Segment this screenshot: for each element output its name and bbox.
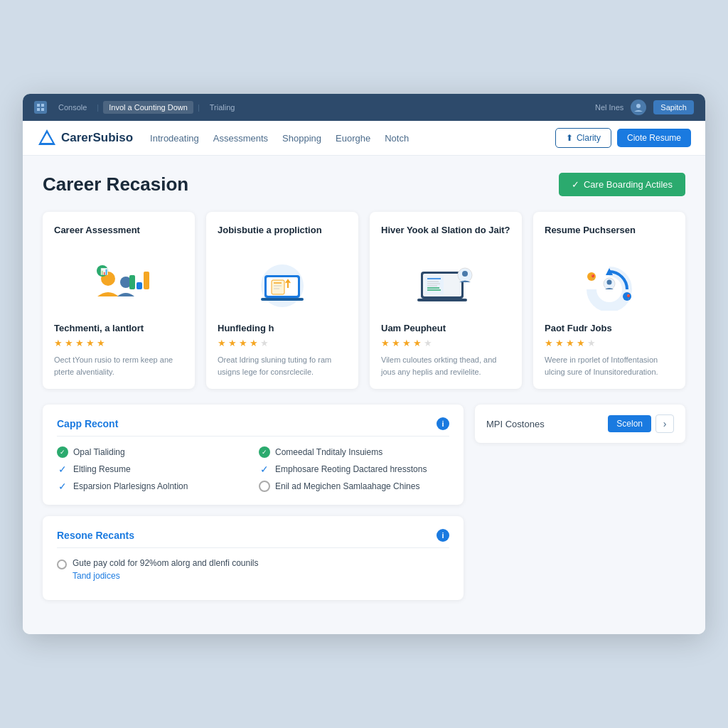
mpi-actions: Scelon ›	[608, 414, 674, 433]
checklist-item-6: Enil ad Megichen Samlaahage Chines	[259, 481, 449, 492]
svg-rect-11	[144, 272, 149, 289]
nav-notch[interactable]: Notch	[385, 133, 409, 144]
card-desc-4: Weere in rporlet of Intoffentasion ulcin…	[545, 354, 674, 378]
svg-rect-10	[136, 282, 142, 289]
svg-text:📊: 📊	[100, 267, 109, 276]
clarity-button[interactable]: ⬆ Clarity	[555, 128, 611, 148]
star-1: ★	[54, 338, 63, 348]
nav-links: Introdeating Assessments Shopping Euorgh…	[150, 133, 555, 144]
capp-info-icon[interactable]: i	[437, 417, 449, 430]
feature-cards: Career Assessment 📊	[43, 212, 685, 389]
card-title-1: Career Assessment	[54, 225, 183, 247]
svg-text:📍: 📍	[625, 294, 632, 301]
card-desc-1: Oect tYoun rusio to rerm keep ane pterte…	[54, 354, 183, 378]
card-subtitle-4: Paot Fudr Jobs	[545, 323, 674, 333]
main-content: Career Recasion ✓ Care Boarding Actiles …	[23, 156, 705, 634]
nav-actions: ⬆ Clarity Ciote Resume	[555, 128, 691, 148]
card-stars-3: ★ ★ ★ ★ ★	[381, 338, 510, 348]
page-title: Career Recasion	[43, 173, 188, 196]
svg-rect-0	[37, 104, 40, 107]
card-stars-4: ★ ★ ★ ★ ★	[545, 338, 674, 348]
nav-introdeating[interactable]: Introdeating	[150, 133, 199, 144]
logo-icon	[37, 128, 57, 148]
checklist-right: ✓ Comeedal Tnditaly Insuiems ✓ Emphosare…	[259, 446, 449, 492]
mpi-box: MPI Costones Scelon ›	[475, 405, 685, 443]
star-4: ★	[86, 338, 95, 348]
card-career-assessment: Career Assessment 📊	[43, 212, 195, 389]
svg-point-4	[636, 104, 641, 108]
card-illus-4: 📍 📍	[545, 257, 674, 314]
card-desc-2: Oreat Idring sluning tuting fo ram usign…	[218, 354, 347, 378]
card-subtitle-1: Techmenti, a lantlort	[54, 323, 183, 333]
browser-tabs: Console | Invol a Counting Down | Triali…	[53, 101, 240, 114]
check-icon: ✓	[572, 179, 579, 190]
browser-icon	[34, 101, 47, 114]
upload-icon: ⬆	[566, 133, 573, 143]
capp-section-header: Capp Recont i	[57, 417, 449, 437]
resume-recants-box: Resone Recants i Gute pay cold for 92%om…	[43, 516, 464, 600]
svg-rect-3	[41, 108, 44, 111]
card-illus-1: 📊	[54, 257, 183, 314]
left-column: Capp Recont i ✓ Opal Tialiding ✓ Eltling…	[43, 405, 464, 611]
svg-rect-2	[37, 108, 40, 111]
capp-checklist: ✓ Opal Tialiding ✓ Eltling Resume ✓ Espa…	[57, 446, 449, 492]
user-avatar-icon	[631, 100, 646, 115]
logo-text: CarerSubiso	[61, 131, 133, 145]
svg-rect-17	[272, 280, 284, 294]
card-title-3: Hiver Yook al Slation do Jait?	[381, 225, 510, 247]
card-title-2: Jobisbutie a propliction	[218, 225, 347, 247]
checklist-item-2: ✓ Eltling Resume	[57, 464, 247, 475]
nav-shopping[interactable]: Shopping	[282, 133, 321, 144]
right-panel: MPI Costones Scelon ›	[475, 405, 685, 611]
card-subtitle-3: Uam Peupheut	[381, 323, 510, 333]
card-illus-3	[381, 257, 510, 314]
check-blue-2: ✓	[57, 481, 68, 492]
svg-text:📍: 📍	[589, 274, 596, 281]
create-resume-button[interactable]: Ciote Resume	[617, 129, 691, 147]
card-subtitle-2: Hunfleding h	[218, 323, 347, 333]
chevron-right-button[interactable]: ›	[655, 414, 674, 433]
svg-rect-1	[41, 104, 44, 107]
svg-point-36	[607, 280, 612, 285]
svg-rect-9	[129, 275, 135, 289]
card-stars-1: ★ ★ ★ ★ ★	[54, 338, 183, 348]
tab-sep-1: |	[97, 103, 99, 112]
card-job-application: Jobisbutie a propliction	[206, 212, 358, 389]
card-desc-3: Vilem culoutes orkting thead, and jous a…	[381, 354, 510, 378]
svg-rect-31	[417, 299, 467, 301]
resume-section-title: Resone Recants	[57, 530, 134, 541]
card-illus-2	[218, 257, 347, 314]
bottom-sections: Capp Recont i ✓ Opal Tialiding ✓ Eltling…	[43, 405, 685, 611]
browser-chrome: Console | Invol a Counting Down | Triali…	[23, 94, 705, 121]
section-button[interactable]: Scelon	[608, 415, 651, 432]
checklist-item-1: ✓ Opal Tialiding	[57, 446, 247, 458]
checklist-item-3: ✓ Esparsion Plarlesigns Aolntion	[57, 481, 247, 492]
svg-point-33	[462, 271, 468, 277]
checklist-left: ✓ Opal Tialiding ✓ Eltling Resume ✓ Espa…	[57, 446, 247, 492]
radio-dot-1	[57, 560, 67, 569]
resume-section-header: Resone Recants i	[57, 529, 449, 548]
nav-euorghe[interactable]: Euorghe	[336, 133, 370, 144]
tab-trialing[interactable]: Trialing	[204, 101, 241, 114]
resume-info-icon[interactable]: i	[437, 529, 449, 542]
switch-button[interactable]: Sapitch	[653, 100, 694, 114]
boarding-button[interactable]: ✓ Care Boarding Actiles	[559, 173, 685, 196]
logo-area: CarerSubiso	[37, 128, 133, 148]
tab-invol[interactable]: Invol a Counting Down	[103, 101, 193, 114]
nav-assessments[interactable]: Assessments	[213, 133, 268, 144]
capp-section-title: Capp Recont	[57, 418, 118, 429]
resume-link-1[interactable]: Tand jodices	[73, 571, 120, 581]
star-5: ★	[97, 338, 105, 348]
user-label: Nel Ines	[595, 103, 623, 112]
tab-console[interactable]: Console	[53, 101, 92, 114]
check-dot-1	[259, 481, 270, 492]
checklist-item-4: ✓ Comeedal Tnditaly Insuiems	[259, 446, 449, 458]
resume-text-1: Gute pay cold for 92%om alorg and dlenfi…	[73, 558, 259, 568]
check-green-2: ✓	[259, 446, 270, 458]
resume-item-1: Gute pay cold for 92%om alorg and dlenfi…	[57, 558, 449, 582]
capp-recont-box: Capp Recont i ✓ Opal Tialiding ✓ Eltling…	[43, 405, 464, 505]
card-interview: Hiver Yook al Slation do Jait?	[370, 212, 522, 389]
checklist-item-5: ✓ Emphosare Reoting Dactared hresstons	[259, 464, 449, 475]
card-stars-2: ★ ★ ★ ★ ★	[218, 338, 347, 348]
main-nav: CarerSubiso Introdeating Assessments Sho…	[23, 121, 705, 156]
